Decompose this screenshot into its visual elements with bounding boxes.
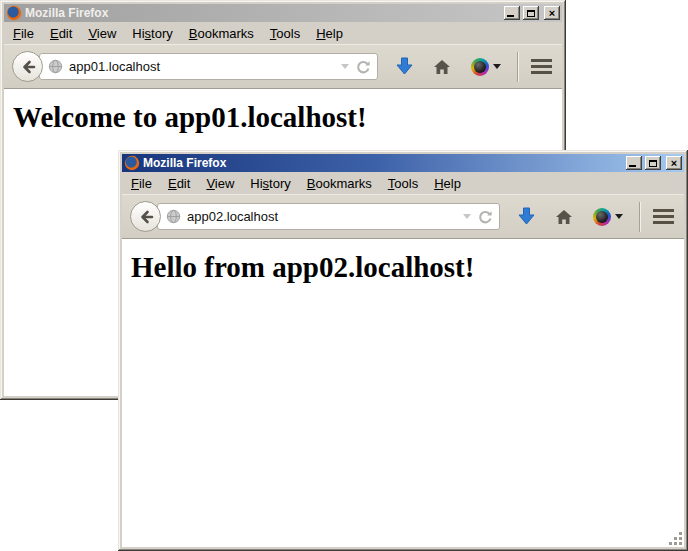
menu-item-help[interactable]: Help	[309, 23, 350, 44]
page-content: Hello from app02.localhost!	[122, 239, 684, 547]
menu-item-bookmarks[interactable]: Bookmarks	[300, 173, 379, 194]
hamburger-icon	[531, 59, 552, 74]
url-text[interactable]: app02.localhost	[187, 209, 457, 224]
menu-item-edit[interactable]: Edit	[161, 173, 197, 194]
url-bar[interactable]: app01.localhost	[39, 53, 378, 80]
addon-button[interactable]	[593, 208, 623, 226]
minimize-button[interactable]	[626, 156, 642, 170]
home-button[interactable]	[555, 209, 573, 225]
maximize-icon	[649, 160, 657, 167]
back-arrow-icon	[19, 58, 37, 76]
menu-item-view[interactable]: View	[81, 23, 123, 44]
menu-bar: File Edit View History Bookmarks Tools H…	[122, 172, 684, 194]
site-globe-icon	[166, 209, 181, 224]
menu-bar: File Edit View History Bookmarks Tools H…	[4, 22, 562, 44]
firefox-logo-icon	[6, 5, 22, 21]
urlbar-dropdown-icon[interactable]	[341, 64, 349, 69]
menu-item-view[interactable]: View	[199, 173, 241, 194]
addon-button[interactable]	[471, 58, 501, 76]
download-button[interactable]	[396, 57, 413, 76]
navigation-toolbar: app01.localhost	[4, 44, 562, 89]
window-title: Mozilla Firefox	[143, 155, 623, 171]
close-button[interactable]: ×	[666, 156, 682, 170]
home-icon	[433, 59, 451, 75]
window-title: Mozilla Firefox	[25, 5, 501, 21]
titlebar[interactable]: Mozilla Firefox ×	[4, 4, 562, 22]
download-arrow-icon	[396, 57, 413, 76]
home-button[interactable]	[433, 59, 451, 75]
menu-item-help[interactable]: Help	[427, 173, 468, 194]
site-globe-icon	[48, 59, 63, 74]
hamburger-icon	[653, 209, 674, 224]
urlbar-dropdown-icon[interactable]	[463, 214, 471, 219]
minimize-icon	[629, 165, 636, 167]
menu-item-file[interactable]: File	[6, 23, 41, 44]
toolbar-separator	[639, 202, 641, 232]
url-bar[interactable]: app02.localhost	[157, 203, 500, 230]
toolbar-separator	[517, 52, 519, 82]
home-icon	[555, 209, 573, 225]
navigation-toolbar: app02.localhost	[122, 194, 684, 239]
titlebar[interactable]: Mozilla Firefox ×	[122, 154, 684, 172]
download-button[interactable]	[518, 207, 535, 226]
firefox-logo-icon	[124, 155, 140, 171]
maximize-icon	[527, 10, 535, 17]
addon-color-wheel-icon	[593, 208, 611, 226]
app-menu-button[interactable]	[653, 209, 674, 224]
back-button[interactable]	[130, 201, 161, 232]
reload-icon[interactable]	[477, 209, 493, 225]
minimize-icon	[507, 15, 514, 17]
menu-item-edit[interactable]: Edit	[43, 23, 79, 44]
menu-item-bookmarks[interactable]: Bookmarks	[182, 23, 261, 44]
caret-down-icon	[493, 64, 501, 69]
app-menu-button[interactable]	[531, 59, 552, 74]
menu-item-tools[interactable]: Tools	[263, 23, 307, 44]
download-arrow-icon	[518, 207, 535, 226]
menu-item-history[interactable]: History	[125, 23, 179, 44]
page-heading: Hello from app02.localhost!	[131, 251, 684, 284]
page-heading: Welcome to app01.localhost!	[13, 101, 562, 134]
resize-grip[interactable]	[669, 532, 682, 545]
menu-item-file[interactable]: File	[124, 173, 159, 194]
maximize-button[interactable]	[523, 6, 539, 20]
close-button[interactable]: ×	[544, 6, 560, 20]
reload-icon[interactable]	[355, 59, 371, 75]
back-button[interactable]	[12, 51, 43, 82]
minimize-button[interactable]	[504, 6, 520, 20]
menu-item-history[interactable]: History	[243, 173, 297, 194]
back-arrow-icon	[137, 208, 155, 226]
url-text[interactable]: app01.localhost	[69, 59, 335, 74]
addon-color-wheel-icon	[471, 58, 489, 76]
caret-down-icon	[615, 214, 623, 219]
browser-window-app02[interactable]: Mozilla Firefox × File Edit View History…	[118, 150, 688, 551]
maximize-button[interactable]	[645, 156, 661, 170]
menu-item-tools[interactable]: Tools	[381, 173, 425, 194]
